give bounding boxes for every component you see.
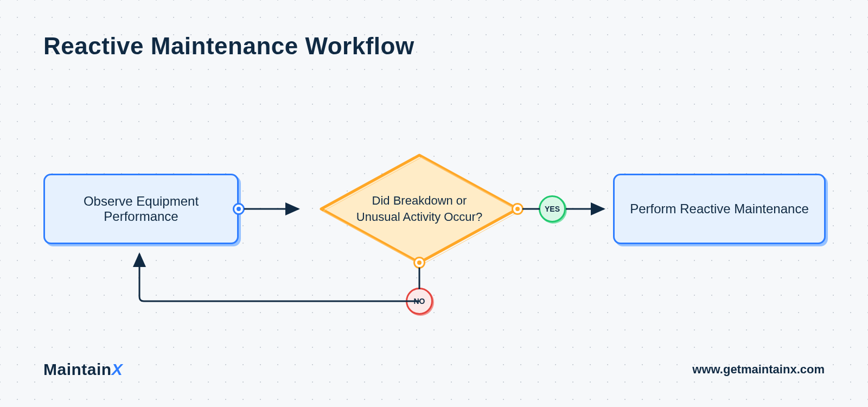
node-decision-label: Did Breakdown or Unusual Activity Occur?: [352, 193, 487, 225]
brand-logo: MaintainX: [43, 360, 123, 379]
port-decision-right: [512, 203, 524, 215]
brand-accent: X: [112, 360, 123, 378]
brand-url: www.getmaintainx.com: [692, 363, 825, 377]
arrow-yes-to-perform: [566, 204, 615, 214]
node-perform-label: Perform Reactive Maintenance: [630, 201, 808, 217]
arrow-observe-to-decision: [244, 204, 315, 214]
node-perform: Perform Reactive Maintenance: [613, 174, 826, 244]
badge-yes-label: YES: [545, 205, 560, 213]
arrow-no-loop: [136, 244, 423, 315]
brand-text: Maintain: [43, 360, 112, 378]
port-observe-right: [233, 203, 245, 215]
node-observe-label: Observe Equipment Performance: [58, 194, 224, 224]
line-decision-to-yes: [522, 206, 544, 212]
diagram-title: Reactive Maintenance Workflow: [43, 33, 414, 60]
node-observe: Observe Equipment Performance: [43, 174, 239, 244]
